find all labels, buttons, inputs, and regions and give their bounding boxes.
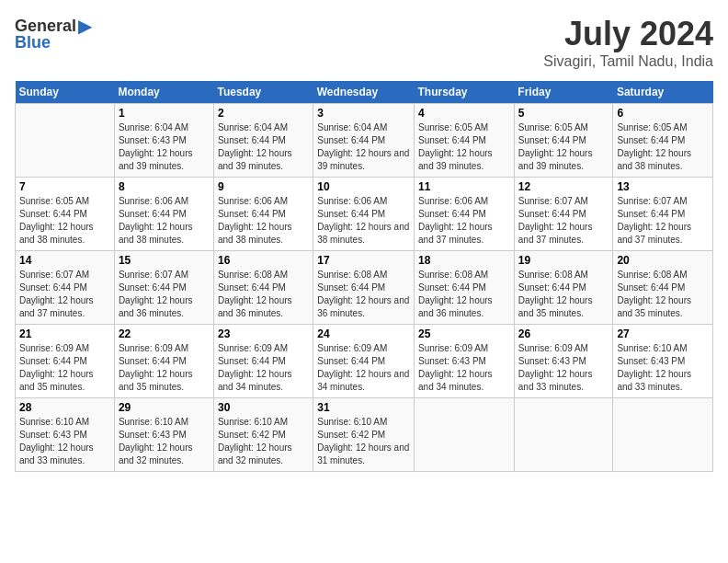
table-row: 23Sunrise: 6:09 AMSunset: 6:44 PMDayligh… <box>213 325 313 398</box>
day-info: Sunrise: 6:04 AMSunset: 6:43 PMDaylight:… <box>119 121 210 173</box>
day-info: Sunrise: 6:05 AMSunset: 6:44 PMDaylight:… <box>617 121 709 173</box>
day-info: Sunrise: 6:07 AMSunset: 6:44 PMDaylight:… <box>19 269 110 320</box>
day-number: 13 <box>617 180 709 193</box>
day-info: Sunrise: 6:04 AMSunset: 6:44 PMDaylight:… <box>218 121 309 173</box>
table-row: 9Sunrise: 6:06 AMSunset: 6:44 PMDaylight… <box>213 178 313 251</box>
day-number: 20 <box>617 254 709 267</box>
day-info: Sunrise: 6:07 AMSunset: 6:44 PMDaylight:… <box>119 269 210 320</box>
day-info: Sunrise: 6:10 AMSunset: 6:43 PMDaylight:… <box>19 416 110 467</box>
day-number: 21 <box>19 327 110 340</box>
day-number: 7 <box>19 180 110 193</box>
day-info: Sunrise: 6:10 AMSunset: 6:43 PMDaylight:… <box>617 342 709 394</box>
day-info: Sunrise: 6:09 AMSunset: 6:44 PMDaylight:… <box>317 342 410 394</box>
col-monday: Monday <box>114 81 213 104</box>
title-section: July 2024 Sivagiri, Tamil Nadu, India <box>543 15 713 70</box>
day-number: 14 <box>19 254 110 267</box>
table-row: 3Sunrise: 6:04 AMSunset: 6:44 PMDaylight… <box>313 104 415 178</box>
day-number: 9 <box>218 180 309 193</box>
table-row: 24Sunrise: 6:09 AMSunset: 6:44 PMDayligh… <box>313 325 415 398</box>
table-row: 13Sunrise: 6:07 AMSunset: 6:44 PMDayligh… <box>613 178 713 251</box>
day-info: Sunrise: 6:06 AMSunset: 6:44 PMDaylight:… <box>418 195 510 247</box>
table-row: 29Sunrise: 6:10 AMSunset: 6:43 PMDayligh… <box>114 398 213 472</box>
day-info: Sunrise: 6:04 AMSunset: 6:44 PMDaylight:… <box>317 121 410 173</box>
day-info: Sunrise: 6:09 AMSunset: 6:44 PMDaylight:… <box>218 342 309 394</box>
day-info: Sunrise: 6:05 AMSunset: 6:44 PMDaylight:… <box>518 121 609 173</box>
table-row: 26Sunrise: 6:09 AMSunset: 6:43 PMDayligh… <box>514 325 613 398</box>
day-number: 31 <box>317 401 410 414</box>
day-info: Sunrise: 6:06 AMSunset: 6:44 PMDaylight:… <box>218 195 309 247</box>
col-wednesday: Wednesday <box>313 81 415 104</box>
day-number: 18 <box>418 254 510 267</box>
day-info: Sunrise: 6:08 AMSunset: 6:44 PMDaylight:… <box>218 269 309 320</box>
day-info: Sunrise: 6:08 AMSunset: 6:44 PMDaylight:… <box>418 269 510 320</box>
day-number: 22 <box>119 327 210 340</box>
calendar-table: Sunday Monday Tuesday Wednesday Thursday… <box>15 81 713 472</box>
day-number: 3 <box>317 107 410 120</box>
day-number: 1 <box>119 107 210 120</box>
header: General ▶ Blue July 2024 Sivagiri, Tamil… <box>15 15 713 70</box>
table-row: 14Sunrise: 6:07 AMSunset: 6:44 PMDayligh… <box>16 251 115 325</box>
day-info: Sunrise: 6:10 AMSunset: 6:42 PMDaylight:… <box>218 416 309 467</box>
day-number: 2 <box>218 107 309 120</box>
day-number: 8 <box>119 180 210 193</box>
table-row <box>415 398 515 472</box>
table-row: 31Sunrise: 6:10 AMSunset: 6:42 PMDayligh… <box>313 398 415 472</box>
col-friday: Friday <box>514 81 613 104</box>
day-info: Sunrise: 6:08 AMSunset: 6:44 PMDaylight:… <box>617 269 709 320</box>
calendar-week-row: 14Sunrise: 6:07 AMSunset: 6:44 PMDayligh… <box>16 251 713 325</box>
day-info: Sunrise: 6:06 AMSunset: 6:44 PMDaylight:… <box>119 195 210 247</box>
day-number: 6 <box>617 107 709 120</box>
col-tuesday: Tuesday <box>213 81 313 104</box>
calendar-week-row: 1Sunrise: 6:04 AMSunset: 6:43 PMDaylight… <box>16 104 713 178</box>
day-number: 12 <box>518 180 609 193</box>
table-row: 30Sunrise: 6:10 AMSunset: 6:42 PMDayligh… <box>213 398 313 472</box>
day-info: Sunrise: 6:07 AMSunset: 6:44 PMDaylight:… <box>518 195 609 247</box>
day-number: 10 <box>317 180 410 193</box>
table-row: 2Sunrise: 6:04 AMSunset: 6:44 PMDaylight… <box>213 104 313 178</box>
day-number: 16 <box>218 254 309 267</box>
day-info: Sunrise: 6:05 AMSunset: 6:44 PMDaylight:… <box>19 195 110 247</box>
day-number: 28 <box>19 401 110 414</box>
table-row: 20Sunrise: 6:08 AMSunset: 6:44 PMDayligh… <box>613 251 713 325</box>
day-info: Sunrise: 6:07 AMSunset: 6:44 PMDaylight:… <box>617 195 709 247</box>
logo-bird-icon: ▶ <box>78 15 92 37</box>
logo: General ▶ Blue <box>15 15 92 52</box>
table-row: 19Sunrise: 6:08 AMSunset: 6:44 PMDayligh… <box>514 251 613 325</box>
day-info: Sunrise: 6:06 AMSunset: 6:44 PMDaylight:… <box>317 195 410 247</box>
calendar-week-row: 21Sunrise: 6:09 AMSunset: 6:44 PMDayligh… <box>16 325 713 398</box>
day-info: Sunrise: 6:08 AMSunset: 6:44 PMDaylight:… <box>518 269 609 320</box>
day-info: Sunrise: 6:10 AMSunset: 6:42 PMDaylight:… <box>317 416 410 467</box>
table-row: 17Sunrise: 6:08 AMSunset: 6:44 PMDayligh… <box>313 251 415 325</box>
day-number: 23 <box>218 327 309 340</box>
table-row: 28Sunrise: 6:10 AMSunset: 6:43 PMDayligh… <box>16 398 115 472</box>
table-row <box>16 104 115 178</box>
day-info: Sunrise: 6:10 AMSunset: 6:43 PMDaylight:… <box>119 416 210 467</box>
table-row: 11Sunrise: 6:06 AMSunset: 6:44 PMDayligh… <box>415 178 515 251</box>
col-sunday: Sunday <box>16 81 115 104</box>
col-thursday: Thursday <box>415 81 515 104</box>
day-number: 26 <box>518 327 609 340</box>
day-number: 19 <box>518 254 609 267</box>
table-row <box>514 398 613 472</box>
day-info: Sunrise: 6:09 AMSunset: 6:44 PMDaylight:… <box>19 342 110 394</box>
table-row <box>613 398 713 472</box>
day-number: 27 <box>617 327 709 340</box>
day-number: 24 <box>317 327 410 340</box>
month-year-title: July 2024 <box>543 15 713 53</box>
day-number: 30 <box>218 401 309 414</box>
logo-text-blue: Blue <box>15 33 51 52</box>
day-number: 29 <box>119 401 210 414</box>
table-row: 1Sunrise: 6:04 AMSunset: 6:43 PMDaylight… <box>114 104 213 178</box>
location-subtitle: Sivagiri, Tamil Nadu, India <box>543 53 713 70</box>
day-number: 11 <box>418 180 510 193</box>
table-row: 22Sunrise: 6:09 AMSunset: 6:44 PMDayligh… <box>114 325 213 398</box>
day-info: Sunrise: 6:05 AMSunset: 6:44 PMDaylight:… <box>418 121 510 173</box>
table-row: 5Sunrise: 6:05 AMSunset: 6:44 PMDaylight… <box>514 104 613 178</box>
day-number: 25 <box>418 327 510 340</box>
day-number: 17 <box>317 254 410 267</box>
day-info: Sunrise: 6:09 AMSunset: 6:44 PMDaylight:… <box>119 342 210 394</box>
calendar-week-row: 28Sunrise: 6:10 AMSunset: 6:43 PMDayligh… <box>16 398 713 472</box>
table-row: 8Sunrise: 6:06 AMSunset: 6:44 PMDaylight… <box>114 178 213 251</box>
day-number: 5 <box>518 107 609 120</box>
day-info: Sunrise: 6:09 AMSunset: 6:43 PMDaylight:… <box>518 342 609 394</box>
